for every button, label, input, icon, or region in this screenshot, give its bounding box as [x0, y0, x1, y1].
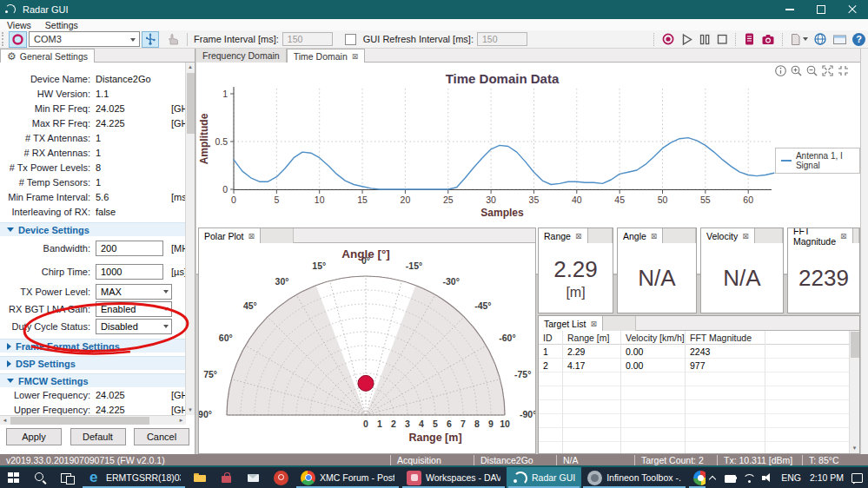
taskbar-item-duty-cycling-doc[interactable]: 16% duty cycling -...	[687, 467, 706, 488]
scroll-left-arrow[interactable]: ◄	[0, 416, 10, 425]
taskbar-item-infineon-toolbox[interactable]: Infineon Toolbox -...	[581, 467, 687, 488]
apply-button[interactable]: Apply	[6, 428, 62, 445]
scrollbar-thumb[interactable]	[10, 417, 149, 425]
record-gesture-button[interactable]	[164, 31, 182, 48]
cancel-button[interactable]: Cancel	[134, 428, 189, 445]
close-icon[interactable]: ⊠	[575, 232, 582, 241]
tab-polar-plot[interactable]: Polar Plot ⊠	[199, 228, 261, 243]
chirp-time-input[interactable]: 1000	[96, 264, 163, 280]
chevron-icon[interactable]	[706, 471, 720, 485]
table-cell	[563, 400, 621, 414]
record-button[interactable]	[659, 31, 678, 48]
section-dsp-settings[interactable]: DSP Settings	[0, 356, 186, 370]
zoom-out-icon[interactable]	[805, 64, 818, 77]
default-button[interactable]: Default	[70, 428, 126, 445]
tab-general-settings[interactable]: General Settings	[0, 49, 95, 63]
taskbar-item-search[interactable]	[27, 467, 54, 488]
section-device-settings[interactable]: Device Settings	[0, 222, 186, 236]
zoom-in-icon[interactable]	[790, 64, 803, 77]
tx-power-level-select[interactable]: MAX	[96, 284, 172, 300]
tab-range[interactable]: Range⊠	[539, 228, 588, 243]
bandwidth-input[interactable]: 200	[96, 241, 163, 256]
maximize-button[interactable]	[805, 0, 837, 19]
play-button[interactable]	[678, 31, 696, 48]
section-fmcw-settings[interactable]: FMCW Settings	[0, 373, 186, 387]
export-button[interactable]	[787, 31, 811, 48]
language-button[interactable]	[811, 31, 830, 48]
pause-button[interactable]	[696, 31, 713, 48]
settings-vertical-scrollbar[interactable]: ▲ ▼	[185, 63, 195, 415]
close-icon[interactable]: ⊠	[742, 232, 749, 241]
settings-horizontal-scrollbar[interactable]: ◄ ►	[0, 415, 186, 425]
tab-fft-magnitude[interactable]: FFT Magnitude⊠	[788, 228, 853, 243]
usb-button[interactable]	[142, 31, 159, 48]
battery-icon[interactable]	[724, 471, 739, 485]
save-report-button[interactable]	[740, 31, 759, 48]
scroll-down-arrow[interactable]: ▼	[850, 444, 859, 453]
table-row[interactable]: 24.170.00977	[539, 359, 849, 373]
volume-icon[interactable]	[760, 471, 775, 485]
taskbar-item-start[interactable]	[0, 467, 27, 488]
taskbar-item-store[interactable]	[214, 467, 241, 488]
help-button[interactable]: ?	[850, 31, 868, 48]
duty-cycle-status-select[interactable]: Disabled	[96, 319, 172, 334]
field-value: 1	[96, 133, 101, 143]
scroll-down-arrow[interactable]: ▼	[186, 406, 195, 415]
close-button[interactable]	[837, 0, 868, 19]
tab-time-domain[interactable]: Time Domain⊠	[287, 49, 366, 63]
field-label: Upper Frequency:	[0, 405, 90, 415]
info-icon[interactable]	[774, 64, 787, 77]
connect-button[interactable]	[9, 31, 27, 48]
target-table-scrollbar[interactable]: ▼	[849, 331, 859, 453]
column-header-velocity-km-h[interactable]: Velocity [km/h] ↓	[621, 331, 686, 345]
com-port-select[interactable]: COM3	[29, 31, 140, 47]
section-frame-format-settings[interactable]: Frame Format Settings	[0, 339, 186, 353]
field-label: TX Power Level:	[0, 287, 90, 297]
action-center-icon[interactable]	[850, 471, 865, 485]
stop-button[interactable]	[713, 31, 731, 48]
close-icon[interactable]: ⊠	[352, 52, 359, 61]
scrollbar-thumb[interactable]	[187, 73, 195, 134]
close-icon[interactable]: ⊠	[840, 232, 847, 241]
taskbar-item-chrome-xmc-forum[interactable]: XMC Forum - Post...	[295, 467, 401, 488]
taskbar-item-task-view[interactable]	[54, 467, 81, 488]
gui-refresh-checkbox[interactable]	[345, 34, 356, 45]
screenshot-button[interactable]	[759, 31, 778, 48]
taskbar-item-edge-document[interactable]: ERMTGSRR(18)037...	[81, 467, 187, 488]
wifi-icon[interactable]	[742, 471, 757, 485]
scroll-right-arrow[interactable]: ►	[176, 416, 186, 425]
layout-button[interactable]	[830, 31, 850, 48]
tab-angle[interactable]: Angle⊠	[618, 228, 663, 243]
maximize-view-icon[interactable]	[821, 64, 834, 77]
clock[interactable]: 2:10 PM	[807, 472, 846, 483]
table-row[interactable]: 12.290.002243	[539, 345, 849, 359]
column-header-range-m[interactable]: Range [m]	[563, 331, 621, 345]
angle-value-area: N/A	[618, 243, 696, 313]
tab-stub	[603, 316, 636, 331]
taskbar-item-mail[interactable]	[241, 467, 268, 488]
tab-velocity[interactable]: Velocity⊠	[701, 228, 755, 243]
minimize-button[interactable]	[774, 0, 805, 19]
field-label: HW Version:	[0, 89, 90, 99]
scroll-up-arrow[interactable]: ▲	[186, 63, 195, 72]
menu-settings[interactable]: Settings	[38, 20, 85, 30]
menu-views[interactable]: Views	[0, 20, 38, 30]
tab-frequency-domain[interactable]: Frequency Domain	[196, 49, 287, 63]
rx-bgt-lna-gain-select[interactable]: Enabled	[96, 301, 172, 317]
language-indicator[interactable]: ENG	[779, 472, 804, 483]
close-icon[interactable]: ⊠	[651, 232, 658, 241]
column-header-id[interactable]: ID	[539, 331, 563, 345]
taskbar-item-workspaces[interactable]: Workspaces - DAV...	[401, 467, 507, 488]
close-icon[interactable]: ⊠	[590, 320, 597, 328]
taskbar-item-file-explorer[interactable]	[187, 467, 214, 488]
column-header-fft-magnitude[interactable]: FFT Magnitude	[686, 331, 765, 345]
gui-refresh-input[interactable]: 150	[477, 32, 527, 46]
close-icon[interactable]: ⊠	[248, 232, 255, 241]
taskbar-item-radar-gui[interactable]: Radar GUI	[507, 467, 581, 488]
main-scrollbar[interactable]	[860, 49, 868, 454]
restore-view-icon[interactable]	[837, 64, 850, 77]
taskbar-item-red-app[interactable]	[268, 467, 295, 488]
frame-interval-input[interactable]: 150	[282, 32, 333, 46]
tab-target-list[interactable]: Target List ⊠	[539, 316, 603, 331]
scrollbar-thumb[interactable]	[851, 332, 859, 358]
